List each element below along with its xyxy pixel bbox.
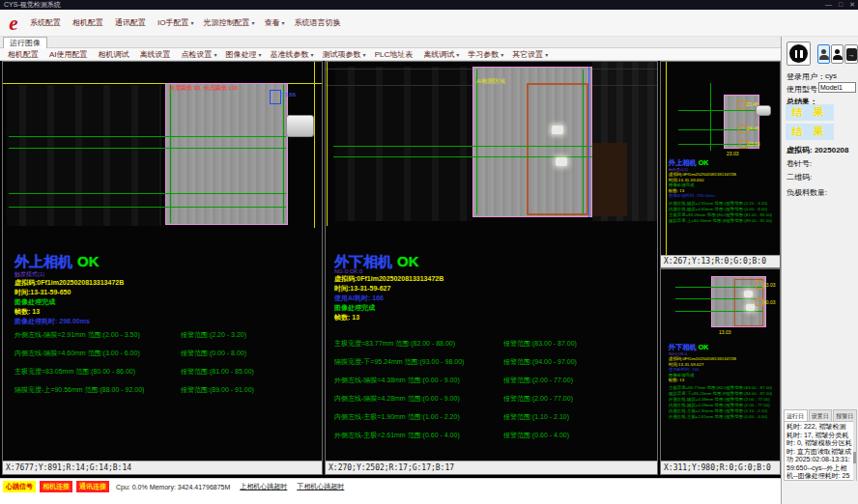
menu-item[interactable]: IO手配置▾ bbox=[157, 17, 193, 28]
result-ok-text: OK bbox=[397, 253, 419, 269]
detect-box bbox=[756, 281, 763, 289]
toolbar-item[interactable]: 相机调试 bbox=[99, 49, 131, 60]
measurement-rows: 主极宽度=83.77mm 范围:(82.00 - 88.00)报警范围:(83.… bbox=[669, 384, 781, 419]
virtual-code-label: 虚拟码: 20250208 bbox=[786, 145, 849, 155]
cursor-status-line: X:7677;Y:891;R:14;G:14;B:14 bbox=[3, 461, 322, 474]
toolbar-item[interactable]: 离线设置 bbox=[140, 49, 173, 60]
machine-background bbox=[7, 85, 161, 226]
tab-alarm-log[interactable]: 报警日志 bbox=[833, 409, 857, 421]
menu-item[interactable]: 查看▾ bbox=[264, 17, 284, 28]
switch-user-button[interactable] bbox=[831, 44, 844, 64]
camera-title: 外下相机OK bbox=[669, 343, 781, 352]
camera-title: 外上相机OK bbox=[669, 158, 781, 168]
measurement-row: 隔膜宽度-上=90.56mm 范围:(88.00 - 92.00)报警范围:(8… bbox=[669, 218, 781, 224]
edge-yellow-line bbox=[327, 62, 328, 226]
measure-green-line bbox=[9, 136, 286, 137]
weld-spot bbox=[744, 291, 753, 297]
measurement-rows: 外侧左线-隔膜=2.91mm 范围:(2.00 - 3.50)报警范围:(2.2… bbox=[669, 200, 781, 223]
chevron-down-icon: ▾ bbox=[363, 52, 366, 58]
toolbar-items: 相机配置 AI使用配置 相机调试 离线设置 点检设置▾ 图像处理▾ 基准线参数▾… bbox=[8, 49, 557, 60]
result-ok-text: OK bbox=[77, 253, 100, 269]
cursor-status-line: X:270;Y:2502;R:17;G:17;B:17 bbox=[326, 461, 657, 474]
menu-item[interactable]: 相机配置 bbox=[72, 17, 105, 28]
log-scrollbar[interactable] bbox=[853, 421, 856, 481]
toolbar-item[interactable]: 基准线参数▾ bbox=[271, 49, 314, 60]
measurement-row: 隔膜宽度-下=95.24mm 范围:(93.00 - 98.00)报警范围:(9… bbox=[334, 352, 577, 371]
chevron-down-icon: ▾ bbox=[311, 52, 314, 58]
login-user-button[interactable] bbox=[817, 44, 830, 64]
mini-result-block: 外上相机OK 触发模式(1) 虚拟码:0Ff1im202502081331347… bbox=[669, 158, 781, 224]
chevron-down-icon: ▾ bbox=[456, 52, 459, 58]
machine-part bbox=[592, 143, 627, 216]
toolbar-item[interactable]: 学习参数▾ bbox=[468, 49, 503, 60]
barcode-line: 虚拟码:0Ff1im2025020813313472B bbox=[334, 274, 443, 284]
detect-box bbox=[738, 125, 747, 133]
edge-green-line bbox=[583, 70, 584, 214]
done-line: 图像处理完成 bbox=[14, 297, 55, 307]
menu-item[interactable]: 系统配置 bbox=[30, 17, 63, 28]
tab-run-image[interactable]: 运行图像 bbox=[3, 37, 47, 48]
toolbar-item[interactable]: 点检设置▾ bbox=[182, 49, 217, 60]
edge-green-line bbox=[170, 85, 171, 223]
frames-line: 帧数: 13 bbox=[14, 307, 40, 317]
window-title-bar: CYS-视觉检测系统 bbox=[0, 0, 858, 10]
menu-bar: e 系统配置 相机配置 通讯配置 IO手配置▾ 光源控制配置▾ 查看▾ 系统语言… bbox=[0, 10, 858, 37]
window-controls: — □ ✕ bbox=[825, 0, 855, 10]
camera-view-upper: 灰度阈值:93, 动态阈值:100 73.66 外上相机OK 触发模式(1) 虚… bbox=[2, 61, 323, 475]
elapsed-line: 图像处理耗时: 298.00ms bbox=[669, 193, 781, 199]
machine-background bbox=[335, 67, 472, 221]
barcode-line: 虚拟码:0Ff1im2025020813313472B bbox=[14, 278, 124, 288]
chevron-down-icon: ▾ bbox=[259, 52, 262, 58]
detect-box-value: 23.03 bbox=[748, 141, 760, 147]
inspection-image bbox=[165, 83, 288, 225]
toolbar-item[interactable]: AI使用配置 bbox=[49, 49, 90, 60]
gripper-clip bbox=[286, 115, 314, 137]
menu-item[interactable]: 系统语言切换 bbox=[295, 17, 343, 28]
user-icon bbox=[818, 49, 829, 60]
heartbeat-badge: 心跳信号 bbox=[3, 481, 36, 492]
detect-box bbox=[737, 100, 746, 109]
camera-title: 外上相机OK bbox=[14, 253, 100, 271]
menu-item[interactable]: 光源控制配置▾ bbox=[203, 17, 254, 28]
menu-item[interactable]: 通讯配置 bbox=[115, 17, 148, 28]
weld-spot bbox=[746, 304, 755, 311]
measurement-rows: 主极宽度=83.77mm 范围:(82.00 - 88.00)报警范围:(83.… bbox=[334, 334, 577, 444]
toolbar-item[interactable]: 测试项参数▾ bbox=[323, 49, 366, 60]
log-scrollbar-thumb[interactable] bbox=[853, 452, 856, 463]
needle-number-label: 卷针号: bbox=[786, 158, 812, 169]
model-input[interactable] bbox=[818, 82, 856, 93]
minimize-button[interactable]: — bbox=[825, 0, 832, 10]
measurement-row: 外侧左线-隔膜=4.38mm 范围:(0.00 - 9.00)报警范围:(2.0… bbox=[334, 371, 577, 389]
window-title: CYS-视觉检测系统 bbox=[4, 1, 61, 8]
toolbar-item[interactable]: 离线调试▾ bbox=[423, 49, 459, 60]
measurement-row: 隔膜宽度-上=90.56mm 范围:(88.00 - 92.00)报警范围:(8… bbox=[14, 380, 254, 399]
toolbar-item[interactable]: 其它设置▾ bbox=[512, 49, 548, 60]
close-button[interactable]: ✕ bbox=[849, 0, 855, 10]
result-box-lower: 结 果 bbox=[786, 124, 834, 140]
detect-box bbox=[756, 298, 763, 306]
login-user-label: 登录用户： bbox=[786, 71, 825, 82]
exit-button[interactable]: → bbox=[844, 44, 858, 64]
toolbar-item[interactable]: 相机配置 bbox=[8, 49, 41, 60]
chevron-down-icon: ▾ bbox=[214, 52, 217, 58]
status-bar: 心跳信号 相机连接 通讯连接 Cpu: 0.0% Memory: 3424.41… bbox=[0, 478, 781, 494]
image-footer-value: 23.03 bbox=[727, 151, 739, 156]
chevron-down-icon: ▾ bbox=[281, 20, 284, 26]
measure-green-line bbox=[675, 311, 762, 312]
pause-button[interactable] bbox=[786, 42, 811, 66]
maximize-button[interactable]: □ bbox=[839, 0, 843, 10]
tab-run-log[interactable]: 运行日志 bbox=[784, 409, 808, 421]
detect-box-value: 24.46 bbox=[747, 126, 759, 131]
toolbar-item[interactable]: PLC地址表 bbox=[375, 49, 415, 60]
done-line: 图像处理完成 bbox=[334, 303, 375, 313]
toolbar-item[interactable]: 图像处理▾ bbox=[226, 49, 262, 60]
measure-blue-value: 73.66 bbox=[281, 92, 296, 98]
measure-green-line bbox=[675, 287, 762, 288]
log-content: 耗时: 222, 褶皱检测耗时: 17, 褶皱分类耗时: 0, 褶皱模板分区耗时… bbox=[784, 421, 857, 481]
measurement-row: 主极宽度=83.05mm 范围:(80.00 - 86.00)报警范围:(81.… bbox=[14, 362, 254, 380]
tab-settings-log[interactable]: 设置日志 bbox=[809, 409, 833, 421]
measurement-row: 主极宽度=83.77mm 范围:(82.00 - 88.00)报警范围:(83.… bbox=[334, 334, 577, 352]
edge-green-line bbox=[283, 85, 284, 223]
camera-connection-badge: 相机连接 bbox=[40, 481, 72, 492]
frames-line: 帧数: 13 bbox=[334, 313, 359, 322]
